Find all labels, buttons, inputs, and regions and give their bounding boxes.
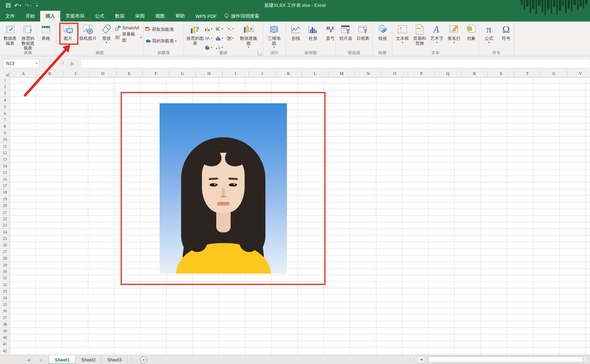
row-header-2[interactable]: 2 bbox=[0, 84, 10, 90]
sheet-nav-left-icon[interactable]: ◀ bbox=[27, 358, 30, 362]
insert-bar-chart-button[interactable]: ▾ bbox=[216, 24, 226, 33]
sheet-tab-sheet2[interactable]: Sheet2 bbox=[76, 355, 102, 364]
object-button[interactable]: 对象 bbox=[463, 23, 480, 42]
column-header-C[interactable]: C bbox=[63, 70, 90, 77]
row-header-24[interactable]: 24 bbox=[0, 229, 10, 235]
undo-dropdown-icon[interactable]: ▾ bbox=[20, 4, 22, 7]
scrollbar-thumb[interactable] bbox=[428, 356, 583, 363]
textbox-button[interactable]: A 文本框 ▾ bbox=[394, 23, 411, 44]
column-header-M[interactable]: M bbox=[329, 70, 355, 77]
row-header-1[interactable]: 1 bbox=[0, 77, 10, 84]
insert-function-button[interactable]: fx bbox=[67, 61, 77, 66]
row-header-14[interactable]: 14 bbox=[0, 163, 10, 169]
row-header-30[interactable]: 30 bbox=[0, 268, 10, 275]
row-header-26[interactable]: 26 bbox=[0, 242, 10, 249]
slicer-button[interactable]: 切片器 bbox=[337, 23, 354, 42]
row-header-11[interactable]: 11 bbox=[0, 143, 10, 150]
row-header-34[interactable]: 34 bbox=[0, 295, 10, 301]
formula-input[interactable] bbox=[80, 59, 590, 68]
tab-home[interactable]: 开始 bbox=[20, 11, 40, 22]
row-header-7[interactable]: 7 bbox=[0, 117, 10, 123]
screenshot-button[interactable]: 屏幕截图 ▾ bbox=[115, 33, 142, 41]
recommended-charts-button[interactable]: ? 推荐的图表 bbox=[185, 23, 205, 47]
tell-me-search[interactable]: 操作说明搜索 bbox=[222, 11, 261, 22]
inserted-id-photo[interactable] bbox=[160, 103, 287, 274]
row-header-8[interactable]: 8 bbox=[0, 123, 10, 130]
column-header-P[interactable]: P bbox=[408, 70, 435, 77]
pivotchart-button[interactable]: 数据透视图 ▾ bbox=[237, 23, 260, 49]
equation-button[interactable]: π 公式 ▾ bbox=[480, 23, 497, 44]
customize-qat-button[interactable]: ▾ bbox=[35, 3, 38, 8]
redo-button[interactable]: ↷▾ bbox=[25, 3, 32, 8]
table-button[interactable]: 表格 bbox=[37, 23, 55, 42]
column-header-S[interactable]: S bbox=[488, 70, 514, 77]
insert-column-chart-button[interactable]: ▾ bbox=[205, 24, 216, 33]
row-header-32[interactable]: 32 bbox=[0, 282, 10, 288]
row-header-18[interactable]: 18 bbox=[0, 189, 10, 196]
online-pictures-button[interactable]: 联机图片 bbox=[78, 23, 98, 42]
recommended-pivottables-button[interactable]: ? 推荐的数据透视表 bbox=[19, 23, 37, 52]
scrollbar-resize-dots[interactable]: ⋮⋮ bbox=[409, 358, 415, 361]
row-header-37[interactable]: 37 bbox=[0, 315, 10, 321]
column-header-D[interactable]: D bbox=[90, 70, 116, 77]
my-addins-button[interactable]: 我的加载项 ▾ bbox=[145, 37, 176, 45]
column-header-I[interactable]: I bbox=[222, 70, 249, 77]
signature-line-button[interactable]: 签名行 ▾ bbox=[445, 23, 463, 44]
sheet-nav-right-icon[interactable]: ▶ bbox=[40, 358, 42, 362]
row-header-21[interactable]: 21 bbox=[0, 209, 10, 216]
redo-dropdown-icon[interactable]: ▾ bbox=[30, 4, 32, 7]
tab-insert[interactable]: 插入 bbox=[40, 11, 60, 22]
scroll-left-button[interactable]: ◀ bbox=[417, 356, 425, 363]
tab-help[interactable]: 帮助 bbox=[170, 11, 190, 22]
row-header-19[interactable]: 19 bbox=[0, 196, 10, 202]
insert-waterfall-chart-button[interactable]: ▾ bbox=[226, 24, 237, 33]
row-header-15[interactable]: 15 bbox=[0, 169, 10, 176]
cancel-button[interactable]: ✕ bbox=[49, 61, 58, 66]
tab-review[interactable]: 审阅 bbox=[130, 11, 150, 22]
scrollbar-track[interactable] bbox=[427, 356, 589, 363]
name-box[interactable]: N13 ▾ bbox=[3, 59, 39, 68]
enter-button[interactable]: ✓ bbox=[58, 61, 67, 66]
row-header-13[interactable]: 13 bbox=[0, 156, 10, 163]
row-header-6[interactable]: 6 bbox=[0, 110, 10, 117]
column-header-G[interactable]: G bbox=[169, 70, 196, 77]
add-sheet-button[interactable]: + bbox=[140, 356, 147, 363]
sparkline-line-button[interactable]: 折线 bbox=[287, 23, 305, 42]
column-header-K[interactable]: K bbox=[275, 70, 302, 77]
column-header-Q[interactable]: Q bbox=[435, 70, 461, 77]
timeline-button[interactable]: 日程表 bbox=[354, 23, 372, 42]
get-addins-button[interactable]: 获取加载项 bbox=[145, 25, 176, 33]
row-header-25[interactable]: 25 bbox=[0, 235, 10, 242]
row-header-27[interactable]: 27 bbox=[0, 249, 10, 255]
insert-histogram-chart-button[interactable]: ▾ bbox=[216, 33, 226, 43]
sheet-tab-sheet1[interactable]: Sheet1 bbox=[49, 355, 76, 364]
row-header-22[interactable]: 22 bbox=[0, 216, 10, 222]
row-header-12[interactable]: 12 bbox=[0, 150, 10, 156]
column-header-F[interactable]: F bbox=[143, 70, 169, 77]
row-header-35[interactable]: 35 bbox=[0, 301, 10, 308]
shapes-button[interactable]: 形状 ▾ bbox=[98, 23, 115, 44]
worksheet-grid[interactable]: ABCDEFGHIJKLMNOPQRSTUV 12345678910111213… bbox=[0, 70, 590, 355]
row-header-17[interactable]: 17 bbox=[0, 183, 10, 189]
row-header-28[interactable]: 28 bbox=[0, 255, 10, 262]
row-header-4[interactable]: 4 bbox=[0, 97, 10, 103]
row-header-31[interactable]: 31 bbox=[0, 275, 10, 282]
undo-button[interactable]: ↶▾ bbox=[14, 3, 21, 8]
insert-combo-chart-button[interactable]: ▾ bbox=[226, 33, 237, 43]
row-header-10[interactable]: 10 bbox=[0, 137, 10, 143]
row-header-16[interactable]: 16 bbox=[0, 176, 10, 183]
column-header-V[interactable]: V bbox=[567, 70, 590, 77]
row-header-23[interactable]: 23 bbox=[0, 222, 10, 229]
tab-view[interactable]: 视图 bbox=[150, 11, 170, 22]
column-header-U[interactable]: U bbox=[541, 70, 567, 77]
column-header-N[interactable]: N bbox=[355, 70, 382, 77]
column-header-E[interactable]: E bbox=[116, 70, 143, 77]
sparkline-column-button[interactable]: 柱形 bbox=[305, 23, 322, 42]
save-button[interactable] bbox=[6, 3, 11, 8]
row-header-3[interactable]: 3 bbox=[0, 90, 10, 97]
column-header-J[interactable]: J bbox=[249, 70, 275, 77]
select-all-corner[interactable] bbox=[0, 70, 10, 77]
column-header-L[interactable]: L bbox=[302, 70, 329, 77]
row-header-40[interactable]: 40 bbox=[0, 334, 10, 341]
row-header-38[interactable]: 38 bbox=[0, 321, 10, 327]
